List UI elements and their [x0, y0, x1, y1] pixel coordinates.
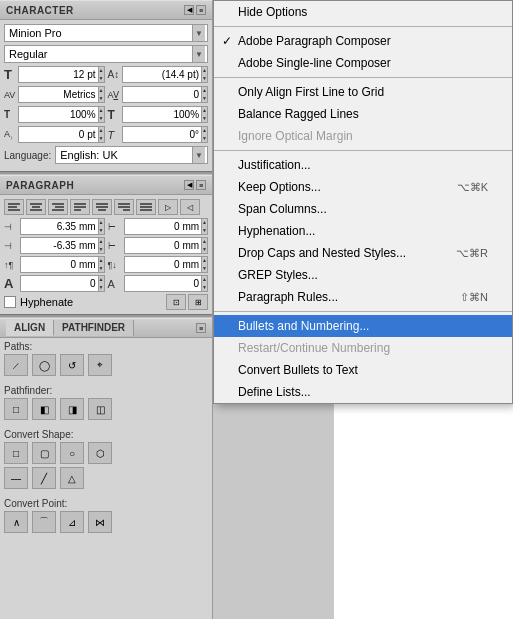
drop-cap-lines-field[interactable]: 0 ▲ ▼	[20, 275, 105, 292]
indent-first-field[interactable]: -6.35 mm ▲ ▼	[20, 237, 105, 254]
hscale-down-btn[interactable]: ▼	[99, 115, 104, 123]
font-size-field[interactable]: 12 pt ▲ ▼	[18, 66, 105, 83]
pathfinder-intersect-btn[interactable]: ◨	[60, 398, 84, 420]
align-towards-spine-btn[interactable]: ▷	[158, 199, 178, 215]
font-size-down-btn[interactable]: ▼	[99, 75, 104, 83]
menu-item-5[interactable]: Balance Ragged Lines	[214, 103, 512, 125]
align-justify-right-btn[interactable]	[114, 199, 134, 215]
menu-item-9[interactable]: Span Columns...	[214, 198, 512, 220]
leading-field[interactable]: (14.4 pt) ▲ ▼	[122, 66, 209, 83]
menu-item-7[interactable]: Justification...	[214, 154, 512, 176]
tab-pathfinder[interactable]: PATHFINDER	[54, 320, 134, 336]
indent-last-field[interactable]: 0 mm ▲ ▼	[124, 237, 209, 254]
skew-up-btn[interactable]: ▲	[202, 127, 207, 135]
space-after-field[interactable]: 0 mm ▲ ▼	[124, 256, 209, 273]
kerning-down-btn[interactable]: ▼	[99, 95, 104, 103]
paragraph-panel-menu-btn[interactable]: ≡	[196, 180, 206, 190]
baseline-up-btn[interactable]: ▲	[99, 127, 104, 135]
leading-up-btn[interactable]: ▲	[202, 67, 207, 75]
indent-first-down-btn[interactable]: ▼	[99, 246, 104, 254]
hscale-field[interactable]: 100% ▲ ▼	[18, 106, 105, 123]
menu-item-8[interactable]: Keep Options...⌥⌘K	[214, 176, 512, 198]
menu-item-11[interactable]: Drop Caps and Nested Styles...⌥⌘R	[214, 242, 512, 264]
menu-item-0[interactable]: Hide Options	[214, 1, 512, 23]
menu-item-12[interactable]: GREP Styles...	[214, 264, 512, 286]
indent-right-down-btn[interactable]: ▼	[202, 227, 207, 235]
point-asym-btn[interactable]: ⊿	[60, 511, 84, 533]
align-right-btn[interactable]	[48, 199, 68, 215]
pathfinder-subtract-btn[interactable]: ◧	[32, 398, 56, 420]
drop-cap-chars-down-btn[interactable]: ▼	[202, 284, 207, 292]
font-family-select[interactable]: Minion Pro ▼	[4, 24, 208, 42]
skew-down-btn[interactable]: ▼	[202, 135, 207, 143]
menu-item-2[interactable]: ✓Adobe Paragraph Composer	[214, 30, 512, 52]
font-size-up-btn[interactable]: ▲	[99, 67, 104, 75]
baseline-field[interactable]: 0 pt ▲ ▼	[18, 126, 105, 143]
indent-last-up-btn[interactable]: ▲	[202, 238, 207, 246]
menu-item-3[interactable]: Adobe Single-line Composer	[214, 52, 512, 74]
drop-cap-chars-field[interactable]: 0 ▲ ▼	[124, 275, 209, 292]
space-after-up-btn[interactable]: ▲	[202, 257, 207, 265]
leading-down-btn[interactable]: ▼	[202, 75, 207, 83]
space-before-down-btn[interactable]: ▼	[99, 265, 104, 273]
tracking-up-btn[interactable]: ▲	[202, 87, 207, 95]
paths-close-btn[interactable]: ◯	[32, 354, 56, 376]
indent-right-field[interactable]: 0 mm ▲ ▼	[124, 218, 209, 235]
menu-item-17[interactable]: Define Lists...	[214, 381, 512, 403]
shape-rounded-btn[interactable]: ▢	[32, 442, 56, 464]
space-after-down-btn[interactable]: ▼	[202, 265, 207, 273]
kerning-field[interactable]: Metrics ▲ ▼	[18, 86, 105, 103]
point-smooth-btn[interactable]: ⌒	[32, 511, 56, 533]
indent-first-up-btn[interactable]: ▲	[99, 238, 104, 246]
paths-join-btn[interactable]: ⟋	[4, 354, 28, 376]
vscale-up-btn[interactable]: ▲	[202, 107, 207, 115]
indent-right-up-btn[interactable]: ▲	[202, 219, 207, 227]
align-justify-center-btn[interactable]	[92, 199, 112, 215]
paragraph-panel-collapse-btn[interactable]: ◀	[184, 180, 194, 190]
indent-left-up-btn[interactable]: ▲	[99, 219, 104, 227]
drop-cap-lines-up-btn[interactable]: ▲	[99, 276, 104, 284]
drop-cap-chars-up-btn[interactable]: ▲	[202, 276, 207, 284]
language-select[interactable]: English: UK ▼	[55, 146, 208, 164]
align-away-spine-btn[interactable]: ◁	[180, 199, 200, 215]
menu-item-13[interactable]: Paragraph Rules...⇧⌘N	[214, 286, 512, 308]
align-justify-left-btn[interactable]	[70, 199, 90, 215]
character-panel-collapse-btn[interactable]: ◀	[184, 5, 194, 15]
justify-force-btn[interactable]: ⊞	[188, 294, 208, 310]
shape-triangle-btn[interactable]: △	[60, 467, 84, 489]
shape-rect-btn[interactable]: □	[4, 442, 28, 464]
menu-item-14[interactable]: Bullets and Numbering...	[214, 315, 512, 337]
character-panel-menu-btn[interactable]: ≡	[196, 5, 206, 15]
menu-item-16[interactable]: Convert Bullets to Text	[214, 359, 512, 381]
indent-left-down-btn[interactable]: ▼	[99, 227, 104, 235]
hyphenate-checkbox[interactable]	[4, 296, 16, 308]
justify-last-left-btn[interactable]: ⊡	[166, 294, 186, 310]
paths-reverse-btn[interactable]: ↺	[60, 354, 84, 376]
paths-anchor-btn[interactable]: ⌖	[88, 354, 112, 376]
menu-item-10[interactable]: Hyphenation...	[214, 220, 512, 242]
shape-poly-btn[interactable]: ⬡	[88, 442, 112, 464]
tab-align[interactable]: ALIGN	[6, 320, 54, 336]
vscale-field[interactable]: 100% ▲ ▼	[122, 106, 209, 123]
align-center-btn[interactable]	[26, 199, 46, 215]
shape-ellipse-btn[interactable]: ○	[60, 442, 84, 464]
align-panel-menu-btn[interactable]: ≡	[196, 323, 206, 333]
space-before-up-btn[interactable]: ▲	[99, 257, 104, 265]
indent-left-field[interactable]: 6.35 mm ▲ ▼	[20, 218, 105, 235]
tracking-field[interactable]: 0 ▲ ▼	[122, 86, 209, 103]
tracking-down-btn[interactable]: ▼	[202, 95, 207, 103]
skew-field[interactable]: 0° ▲ ▼	[122, 126, 209, 143]
kerning-up-btn[interactable]: ▲	[99, 87, 104, 95]
shape-line2-btn[interactable]: ╱	[32, 467, 56, 489]
menu-item-4[interactable]: Only Align First Line to Grid	[214, 81, 512, 103]
indent-last-down-btn[interactable]: ▼	[202, 246, 207, 254]
baseline-down-btn[interactable]: ▼	[99, 135, 104, 143]
pathfinder-add-btn[interactable]: □	[4, 398, 28, 420]
vscale-down-btn[interactable]: ▼	[202, 115, 207, 123]
hscale-up-btn[interactable]: ▲	[99, 107, 104, 115]
shape-line-btn[interactable]: —	[4, 467, 28, 489]
align-left-btn[interactable]	[4, 199, 24, 215]
point-sym-btn[interactable]: ⋈	[88, 511, 112, 533]
pathfinder-exclude-btn[interactable]: ◫	[88, 398, 112, 420]
align-justify-full-btn[interactable]	[136, 199, 156, 215]
